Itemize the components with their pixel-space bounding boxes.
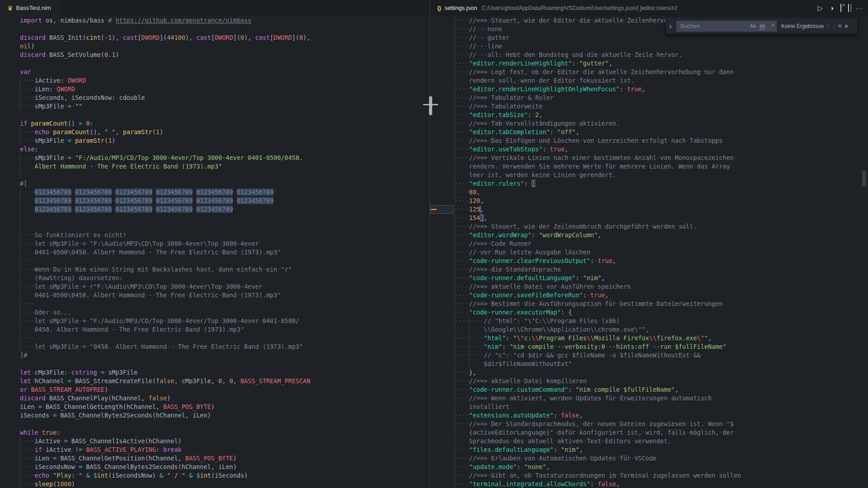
code-line[interactable]: ····//==>·Tabulator·&·Ruler [454, 94, 868, 102]
code-line[interactable]: ····//==>·Tab-Vervollständigungen·aktivi… [454, 119, 868, 128]
code-line[interactable]: ···· [20, 334, 429, 343]
code-line[interactable]: ····//==>·Bestimmt·die·Ausführungsoption… [454, 300, 868, 308]
find-input[interactable]: Suchen Aa ab .* [676, 21, 777, 32]
code-line[interactable]: ····//·-·line [454, 42, 868, 51]
breadcrumb-index[interactable]: 2 [675, 5, 678, 11]
code-line[interactable]: ····iLen:·QWORD [20, 85, 429, 94]
code-line[interactable]: ····"editor.wordWrap":·"wordWrapColumn", [454, 231, 868, 239]
code-line[interactable]: ····//==>·Der·Standardsprachmodus,·der·n… [454, 420, 868, 428]
code-line[interactable]: ····let·sMp3File·=·"0458.·Albert·Hammond… [20, 343, 429, 351]
code-line[interactable]: iLen·=·BASS_ChannelGetLength(hChannel,·B… [20, 403, 429, 411]
code-line[interactable]: ····"editor.rulers":·[ [454, 179, 868, 188]
code-line[interactable]: ····iSeconds,·iSecondsNow:·cdouble [20, 94, 429, 102]
code-line[interactable]: ····"editor.renderLineHighlight":·"gutte… [454, 59, 868, 68]
code-line[interactable]: ····let·sMp3File·=·"F:/Audio/MP3/CD/Top·… [20, 317, 429, 325]
code-line[interactable]: ····"editor.useTabStops":·true, [454, 145, 868, 154]
code-line[interactable]: ····"code-runner.executorMap":·{ [454, 308, 868, 317]
whole-word-button[interactable]: ab [760, 23, 765, 29]
code-line[interactable]: ········"nim":·"nim·compile·--verbosity:… [454, 343, 868, 351]
breadcrumb-path[interactable]: C:/Users/ghost/AppData/Roaming/VSCodium/… [481, 5, 637, 11]
code-line[interactable]: while·true: [20, 428, 429, 437]
code-line[interactable]: ····//==>·Erlauben·von·Automatischen·Upd… [454, 454, 868, 463]
code-line[interactable]: ····//==>·Das·Einfügen·und·Löschen·von·L… [454, 136, 868, 145]
code-line[interactable]: ····sMp3File·=·"" [20, 102, 429, 111]
code-line[interactable]: ····echo·paramCount(),·"·",·paramStr(1) [20, 128, 429, 136]
code-line[interactable]: ····//==>·Tabulatorweite [454, 102, 868, 111]
code-line[interactable]: ····//==>·die·Standardsprache [454, 265, 868, 274]
code-line[interactable]: ····154], [454, 214, 868, 222]
code-line[interactable]: Sprachmodus·des·aktuell·aktiven·Text-Edi… [454, 437, 868, 446]
run-code-button[interactable]: ▷ [817, 5, 823, 11]
code-line[interactable]: Albert·Hammond·-·The·Free·Electric·Band·… [20, 162, 429, 171]
code-line[interactable]: (RawString)·davorsetzen: [20, 274, 429, 282]
more-actions-button[interactable]: ··· [856, 5, 863, 11]
code-line[interactable]: ····let·sMp3File·=·r"F:\Audio\MP3\CD\Top… [20, 282, 429, 291]
code-line[interactable]: 0458.·Albert·Hammond·-·The·Free·Electric… [20, 325, 429, 334]
code-line[interactable]: · [20, 171, 429, 179]
code-line[interactable]: discard·BASS_SetVolume(0.1) [20, 51, 429, 59]
code-line[interactable]: ····//==>·Legt·fest,·ob·der·Editor·die·a… [454, 68, 868, 76]
code-line[interactable]: let·hChannel·=·BASS_StreamCreateFile(fal… [20, 377, 429, 385]
code-line[interactable]: ····//==>·Vertikale·Linien·nach·einer·be… [454, 154, 868, 162]
code-line[interactable]: ····//==>·Gibt·an,·ob·Tastaturzuordnunge… [454, 471, 868, 480]
code-line[interactable]: 0401-0500\0458.·Albert·Hammond·-·The·Fre… [20, 248, 429, 257]
code-line[interactable] [20, 360, 429, 368]
code-line[interactable]: rendern·soll,·wenn·der·Editor·fokussiert… [454, 76, 868, 85]
code-line[interactable]: ····"editor.tabCompletion":·"off", [454, 128, 868, 136]
code-line[interactable]: or·BASS_STREAM_AUTOFREE) [20, 385, 429, 394]
code-line[interactable]: ····sMp3File·=·paramStr(1) [20, 136, 429, 145]
code-line[interactable]: ····sMp3File·=·"F:/Audio/MP3/CD/Top·3000… [20, 154, 429, 162]
left-editor-code[interactable]: import·os,·nimbass/bass·#·https://github… [0, 16, 429, 488]
find-close-button[interactable]: × [844, 23, 848, 30]
match-case-button[interactable]: Aa [750, 23, 756, 29]
code-line[interactable]: ····0123456789·0123456789·0123456789·012… [20, 188, 429, 197]
code-line[interactable]: installiert [454, 403, 868, 411]
code-line[interactable]: ···· [20, 300, 429, 308]
code-line[interactable]: nil) [20, 42, 429, 51]
code-line[interactable]: ········"html":·"\"c:\\Program·Files\\Mo… [454, 334, 868, 343]
code-line[interactable]: ····iLen·=·BASS_ChannelGetPosition(hChan… [20, 454, 429, 463]
open-changes-button[interactable] [840, 5, 841, 11]
code-line[interactable]: ····"code-runner.customCommand":·"nim·co… [454, 385, 868, 394]
code-line[interactable]: ····echo·"Play:·"·&·$int(iSecondsNow)·&·… [20, 471, 429, 480]
code-line[interactable]: discard·BASS_ChannelPlay(hChannel,·false… [20, 394, 429, 403]
code-line[interactable]: ····let·sMp3File·=·"F:\Audio\MP3\CD\Top·… [20, 239, 429, 248]
code-line[interactable]: ····"code-runner.saveFileBeforeRun":·tru… [454, 291, 868, 300]
code-line[interactable]: ····//==>·Wenn·aktiviert,·werden·Updates… [454, 394, 868, 403]
sash-drag-handle[interactable] [429, 96, 432, 115]
code-line[interactable] [20, 59, 429, 68]
code-line[interactable]: ····//==>·aktuelle·Datei·vor·Ausführen·s… [454, 282, 868, 291]
code-line[interactable]: ····//==>·Code·Runner [454, 239, 868, 248]
code-line[interactable]: ]# [20, 351, 429, 360]
code-line[interactable]: rendern.·Verwenden·Sie·mehrere·Werte·für… [454, 162, 868, 171]
code-line[interactable]: else: [20, 145, 429, 154]
code-line[interactable]: \\Google\\Chrome\\Application\\chrome.ex… [454, 325, 868, 334]
editor-group-divider[interactable] [429, 0, 430, 488]
tab-basstest-nim[interactable]: ♛ BassTest.nim [0, 0, 61, 16]
code-line[interactable]: ····"update.mode":·"none", [454, 463, 868, 471]
split-editor-button[interactable] [848, 5, 849, 11]
code-line[interactable]: #[ [20, 179, 429, 188]
code-line[interactable]: let·cMp3File:·cstring·=·sMp3File [20, 368, 429, 377]
regex-button[interactable]: .* [769, 23, 774, 29]
code-line[interactable] [20, 222, 429, 231]
code-line[interactable]: ····//·-·gutter [454, 33, 868, 42]
find-next-button[interactable]: ↓ [832, 23, 835, 30]
code-line[interactable]: ····sleep(1000) [20, 480, 429, 488]
code-line[interactable]: ····"terminal.integrated.allowChords":·f… [454, 480, 868, 488]
code-line[interactable]: import·os,·nimbass/bass·#·https://github… [20, 16, 429, 25]
code-line[interactable]: 0401-0500\0458.·Albert·Hammond·-·The·Fre… [20, 291, 429, 300]
find-previous-button[interactable]: ↑ [826, 23, 830, 30]
code-line[interactable]: var· [20, 68, 429, 76]
code-line[interactable] [20, 214, 429, 222]
code-line[interactable]: 0123456789·0123456789·0123456789·0123456… [20, 205, 429, 214]
code-line[interactable]: ····//·-·all:·Hebt·den·Bundsteg·und·die·… [454, 51, 868, 59]
code-line[interactable]: ····Oder·so... [20, 308, 429, 317]
code-line[interactable]: ········//·"html":·"\"C:\\Program·Files·… [454, 317, 868, 325]
code-line[interactable]: ···· [20, 257, 429, 265]
code-line[interactable]: 0123456789·0123456789·0123456789·0123456… [20, 197, 429, 205]
code-line[interactable]: ····if·iActive·!=·BASS_ACTIVE_PLAYING:·b… [20, 446, 429, 454]
code-line[interactable]: ····"editor.tabSize":·2, [454, 111, 868, 119]
code-line[interactable]: ····"files.defaultLanguage":·"nim", [454, 446, 868, 454]
code-line[interactable]: ····"editor.renderLineHighlightOnlyWhenF… [454, 85, 868, 94]
